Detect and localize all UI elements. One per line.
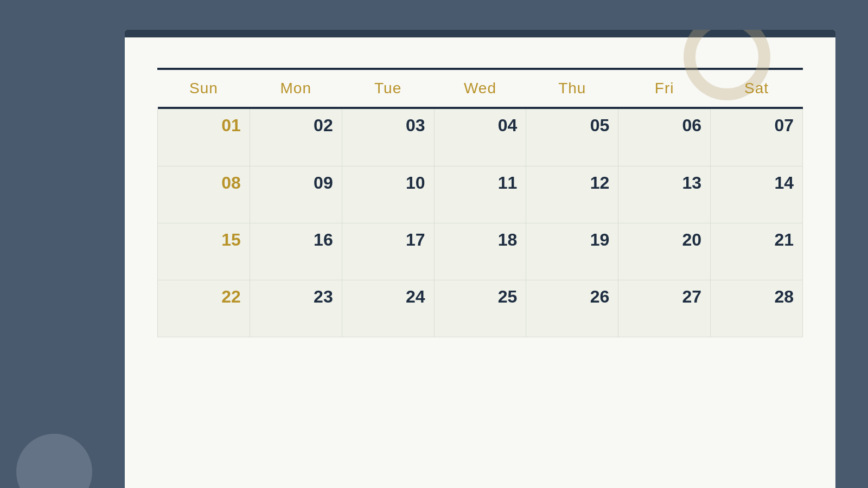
calendar-week-row: 08091011121314 (158, 166, 803, 223)
calendar-cell: 11 (434, 166, 526, 223)
header-tue: Tue (342, 70, 434, 107)
calendar-cell: 02 (250, 109, 342, 166)
header-mon: Mon (250, 70, 342, 107)
day-number: 07 (774, 115, 794, 136)
calendar-week-row: 15161718192021 (158, 223, 803, 280)
calendar-cell: 09 (250, 166, 342, 223)
day-number: 25 (498, 287, 518, 307)
day-number: 15 (221, 230, 241, 250)
day-number: 21 (774, 230, 794, 250)
day-number: 05 (590, 115, 610, 136)
calendar-panel: Sun Mon Tue Wed Thu Fri Sat 010203040506… (125, 30, 835, 488)
day-number: 22 (221, 287, 241, 307)
header-thu: Thu (526, 70, 618, 107)
day-number: 10 (406, 173, 425, 193)
calendar-cell: 25 (434, 280, 526, 337)
calendar-week-row: 22232425262728 (158, 280, 803, 337)
calendar-cell: 05 (526, 109, 618, 166)
calendar-body: 0102030405060708091011121314151617181920… (158, 109, 803, 337)
calendar-table-wrapper: Sun Mon Tue Wed Thu Fri Sat 010203040506… (157, 70, 803, 337)
day-number: 23 (314, 287, 333, 307)
header-sun: Sun (158, 70, 250, 107)
calendar-cell: 23 (250, 280, 342, 337)
calendar-cell: 26 (526, 280, 618, 337)
sidebar-decorative-circle (16, 434, 92, 488)
calendar-cell: 01 (158, 109, 250, 166)
calendar-cell: 03 (342, 109, 434, 166)
calendar-cell: 14 (711, 166, 803, 223)
calendar-cell: 18 (434, 223, 526, 280)
day-number: 13 (682, 173, 701, 193)
header-sat: Sat (711, 70, 803, 107)
day-number: 02 (314, 115, 333, 136)
day-number: 17 (406, 230, 425, 250)
calendar-cell: 08 (158, 166, 250, 223)
day-number: 11 (498, 173, 518, 193)
day-number: 18 (498, 230, 518, 250)
day-number: 01 (221, 115, 241, 136)
calendar-cell: 13 (618, 166, 711, 223)
calendar-cell: 27 (618, 280, 711, 337)
day-number: 14 (774, 173, 794, 193)
day-number: 20 (682, 230, 701, 250)
calendar-cell: 06 (618, 109, 711, 166)
calendar-cell: 28 (711, 280, 803, 337)
calendar-week-row: 01020304050607 (158, 109, 803, 166)
day-number: 27 (682, 287, 701, 307)
calendar-cell: 12 (526, 166, 618, 223)
day-number: 04 (498, 115, 518, 136)
day-number: 06 (682, 115, 701, 136)
calendar-cell: 16 (250, 223, 342, 280)
calendar-cell: 21 (711, 223, 803, 280)
day-number: 09 (314, 173, 333, 193)
calendar-cell: 24 (342, 280, 434, 337)
header-fri: Fri (618, 70, 711, 107)
header-wed: Wed (434, 70, 526, 107)
calendar-cell: 19 (526, 223, 618, 280)
day-number: 03 (406, 115, 425, 136)
calendar-cell: 10 (342, 166, 434, 223)
day-number: 08 (221, 173, 241, 193)
day-headers-row: Sun Mon Tue Wed Thu Fri Sat (158, 70, 803, 107)
day-number: 28 (774, 287, 794, 307)
calendar-cell: 20 (618, 223, 711, 280)
day-number: 26 (590, 287, 610, 307)
calendar-cell: 22 (158, 280, 250, 337)
calendar-cell: 17 (342, 223, 434, 280)
day-number: 24 (406, 287, 425, 307)
day-number: 16 (314, 230, 333, 250)
calendar-table: Sun Mon Tue Wed Thu Fri Sat 010203040506… (157, 70, 803, 337)
day-number: 12 (590, 173, 610, 193)
calendar-cell: 15 (158, 223, 250, 280)
sidebar (0, 0, 125, 488)
calendar-cell: 04 (434, 109, 526, 166)
calendar-cell: 07 (711, 109, 803, 166)
day-number: 19 (590, 230, 610, 250)
